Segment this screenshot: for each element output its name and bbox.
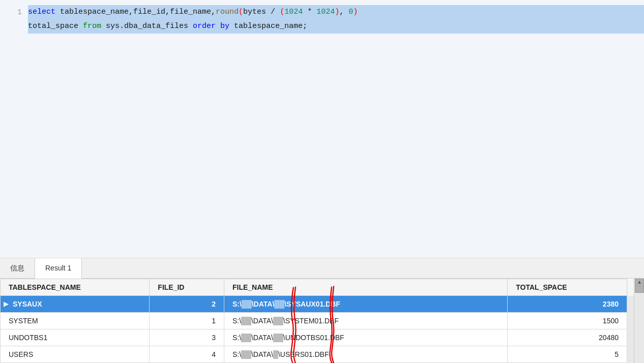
table-wrapper: TABLESPACE_NAME FILE_ID FILE_NAME TOTAL_… (0, 279, 644, 363)
editor-content: 1 select tablespace_name,file_id,file_na… (0, 0, 644, 258)
main-container: 1 select tablespace_name,file_id,file_na… (0, 0, 644, 363)
cell-tablespace-name: SYSTEM (1, 313, 150, 329)
cell-file-name: S:\██\DATA\██\SYSTEM01.DBF (224, 313, 507, 329)
table-row[interactable]: ▶ SYSAUX 2 S:\██\DATA\██\SYSAUX01.DBF 23… (1, 296, 644, 313)
cell-total-space: 5 (508, 346, 627, 363)
cell-file-name: S:\██\DATA\██\UNDOTBS01.DBF (224, 329, 507, 346)
cell-file-id: 4 (150, 346, 224, 363)
col-header-file-name: FILE_NAME (224, 279, 507, 296)
sysaux-filename3: \SYSAUX01.DBF (284, 300, 340, 308)
col-header-file-id: FILE_ID (150, 279, 224, 296)
cell-file-name: S:\██\DATA\██\SYSAUX01.DBF (224, 296, 507, 313)
cell-tablespace-name: USERS (1, 346, 150, 363)
line-number-1: 1 (0, 6, 22, 19)
table-row[interactable]: UNDOTBS1 3 S:\██\DATA\██\UNDOTBS01.DBF 2… (1, 329, 644, 346)
col-header-total-space: TOTAL_SPACE (508, 279, 627, 296)
table-body: ▶ SYSAUX 2 S:\██\DATA\██\SYSAUX01.DBF 23… (1, 296, 644, 363)
cell-total-space: 2380 (508, 296, 627, 313)
cell-tablespace-name: ▶ SYSAUX (1, 296, 150, 313)
sql-line-1: select tablespace_name,file_id,file_name… (28, 5, 644, 19)
tabs-bar: 信息 Result 1 (0, 258, 644, 279)
cell-file-name: S:\██\DATA\█\USERS01.DBF (224, 346, 507, 363)
sysaux-filename: S:\ (232, 300, 242, 308)
results-table-container[interactable]: TABLESPACE_NAME FILE_ID FILE_NAME TOTAL_… (0, 279, 644, 363)
cell-total-space: 1500 (508, 313, 627, 329)
sysaux-filename2: \DATA\ (252, 300, 275, 308)
scrollbar-track[interactable]: ▲ (634, 279, 644, 363)
editor-wrapper: 1 select tablespace_name,file_id,file_na… (0, 0, 644, 258)
cell-total-space: 20480 (508, 329, 627, 346)
scroll-up-arrow[interactable]: ▲ (635, 279, 643, 286)
line-numbers: 1 (0, 0, 28, 258)
header-row: TABLESPACE_NAME FILE_ID FILE_NAME TOTAL_… (1, 279, 644, 296)
code-area[interactable]: select tablespace_name,file_id,file_name… (28, 0, 644, 258)
results-table: TABLESPACE_NAME FILE_ID FILE_NAME TOTAL_… (0, 279, 644, 363)
cell-tablespace-name: UNDOTBS1 (1, 329, 150, 346)
table-row[interactable]: SYSTEM 1 S:\██\DATA\██\SYSTEM01.DBF 1500 (1, 313, 644, 329)
cell-file-id: 3 (150, 329, 224, 346)
sysaux-label: SYSAUX (13, 300, 42, 308)
bottom-section: 信息 Result 1 TABLESPACE_NAME FILE_ID FILE… (0, 258, 644, 363)
cell-file-id: 2 (150, 296, 224, 313)
line-number-2 (0, 19, 22, 33)
tab-info[interactable]: 信息 (0, 258, 35, 278)
col-header-tablespace-name: TABLESPACE_NAME (1, 279, 150, 296)
tab-info-label: 信息 (10, 264, 24, 273)
sql-line-2: total_space from sys.dba_data_files orde… (28, 19, 644, 34)
table-row[interactable]: USERS 4 S:\██\DATA\█\USERS01.DBF 5 (1, 346, 644, 363)
table-header: TABLESPACE_NAME FILE_ID FILE_NAME TOTAL_… (1, 279, 644, 296)
tab-result1[interactable]: Result 1 (35, 258, 82, 279)
tab-result1-label: Result 1 (45, 264, 71, 272)
cell-file-id: 1 (150, 313, 224, 329)
scrollbar-thumb[interactable]: ▲ (635, 279, 644, 293)
